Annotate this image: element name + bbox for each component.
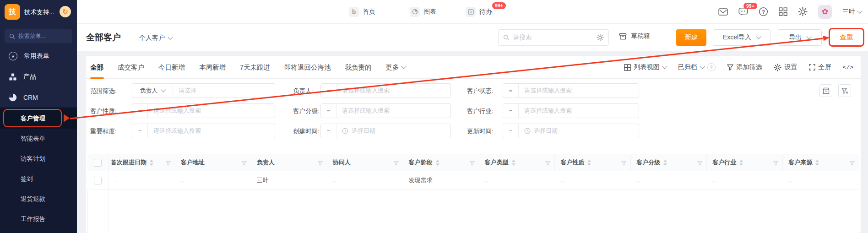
column-filter-icon[interactable] xyxy=(773,160,778,167)
filter-operator[interactable]: = xyxy=(132,104,148,118)
add-filter-button[interactable]: 添加筛选 xyxy=(727,63,762,71)
column-header-customer-stage[interactable]: 客户阶段 xyxy=(403,154,479,171)
sidebar-item-work-report[interactable]: 工作报告 xyxy=(0,209,77,229)
filter-customer-grade-control[interactable]: = 请选择或输入搜索 xyxy=(320,103,451,118)
search-settings-icon[interactable] xyxy=(597,34,604,41)
tab-more[interactable]: 更多 xyxy=(386,56,406,79)
filter-operator[interactable]: = xyxy=(503,104,519,118)
pie-chart-icon xyxy=(9,93,17,102)
sort-icon[interactable] xyxy=(663,160,667,166)
sidebar-item-smart-forms[interactable]: 智能表单 xyxy=(0,129,77,149)
sidebar-menu: ★ 常用表单 产品 CRM xyxy=(0,46,77,108)
scope-selector[interactable]: 个人客户 xyxy=(139,34,172,42)
user-avatar[interactable]: ✿ xyxy=(818,5,832,19)
column-header-customer-type[interactable]: 客户类型 xyxy=(479,154,555,171)
filter-label-owner: 负责人: xyxy=(293,87,313,95)
filter-created-time-control[interactable]: = 选择日期 xyxy=(320,124,451,138)
sidebar-search-input[interactable]: 搜索菜单... xyxy=(5,29,72,43)
column-filter-icon[interactable] xyxy=(318,160,323,167)
list-view-selector[interactable]: 列表视图 xyxy=(624,63,667,71)
messages-icon[interactable]: 99+ xyxy=(738,7,748,16)
row-checkbox[interactable] xyxy=(87,171,108,190)
tab-closed-customers[interactable]: 成交客户 xyxy=(118,56,144,79)
filter-label-importance: 重要程度: xyxy=(90,127,117,135)
topnav-home[interactable]: b 首页 xyxy=(349,0,375,23)
tab-new-today[interactable]: 今日新增 xyxy=(158,56,185,79)
topnav-charts[interactable]: 图表 xyxy=(410,0,436,23)
create-button[interactable]: 新建 xyxy=(676,29,706,46)
column-filter-icon[interactable] xyxy=(242,160,247,167)
excel-import-button[interactable]: Excel导入 xyxy=(713,29,770,46)
filter-operator[interactable]: = xyxy=(503,124,519,138)
column-filter-icon[interactable] xyxy=(545,160,550,167)
column-header-customer-nature[interactable]: 客户性质 xyxy=(555,154,631,171)
column-header-collaborator[interactable]: 协同人 xyxy=(327,154,403,171)
sort-icon[interactable] xyxy=(587,160,591,166)
filter-owner-control[interactable]: = 请选择或输入搜索 xyxy=(320,83,451,98)
tab-new-this-week[interactable]: 本周新增 xyxy=(199,56,226,79)
sidebar-search-placeholder: 搜索菜单... xyxy=(18,33,46,40)
settings-gear-icon[interactable] xyxy=(798,7,808,16)
filter-scope-control[interactable]: 负责人 请选择 xyxy=(132,83,275,98)
cell-customer-grade: -- xyxy=(631,177,707,184)
workspace-switch-icon[interactable]: ↻ xyxy=(60,6,71,17)
sort-icon[interactable] xyxy=(512,160,515,166)
archived-selector[interactable]: 已归档 ? xyxy=(678,63,716,71)
column-header-owner[interactable]: 负责人 xyxy=(251,154,327,171)
column-header-customer-grade[interactable]: 客户分级 xyxy=(631,154,707,171)
fullscreen-button[interactable]: 全屏 xyxy=(809,63,831,71)
filter-operator[interactable]: = xyxy=(321,84,336,98)
filter-customer-status-placeholder: 请选择或输入搜索 xyxy=(519,87,572,95)
column-filter-icon[interactable] xyxy=(394,160,399,167)
filter-operator[interactable]: = xyxy=(132,124,148,138)
filter-operator[interactable]: = xyxy=(503,84,519,98)
sidebar-item-crm[interactable]: CRM xyxy=(0,87,77,108)
filter-customer-nature-control[interactable]: = 请选择或输入搜索 xyxy=(132,103,275,118)
filter-operator[interactable]: = xyxy=(321,104,336,118)
tab-7days-no-followup[interactable]: 7天未跟进 xyxy=(240,56,270,79)
sidebar-item-returns-refunds[interactable]: 退货退款 xyxy=(0,189,77,209)
column-filter-icon[interactable] xyxy=(166,160,171,167)
filter-customer-status-control[interactable]: = 请选择或输入搜索 xyxy=(503,83,639,98)
mail-icon[interactable] xyxy=(718,8,728,16)
tab-all[interactable]: 全部 xyxy=(90,56,103,79)
user-menu[interactable]: 三叶 xyxy=(842,8,862,16)
sidebar-item-visitor-plan[interactable]: 访客计划 xyxy=(0,149,77,169)
sidebar-item-products[interactable]: 产品 xyxy=(0,66,77,87)
export-button[interactable]: 导出 xyxy=(778,29,822,46)
sidebar-item-common-forms[interactable]: ★ 常用表单 xyxy=(0,46,77,66)
sidebar-item-customer-management[interactable]: 客户管理 xyxy=(0,108,77,129)
dedupe-button[interactable]: 查重 xyxy=(829,28,864,47)
sidebar-item-checkin[interactable]: 签到 xyxy=(0,169,77,189)
table-row[interactable]: - -- 三叶 -- 发现需求 -- -- -- -- -- xyxy=(87,171,859,190)
draft-box-button[interactable]: 草稿箱 xyxy=(619,32,650,40)
column-filter-icon[interactable] xyxy=(697,160,702,167)
code-view-button[interactable]: </> xyxy=(843,64,853,71)
search-input[interactable]: 请搜索 xyxy=(498,29,609,46)
tab-returning-to-pool[interactable]: 即将退回公海池 xyxy=(284,56,331,79)
sort-icon[interactable] xyxy=(815,160,819,166)
column-header-customer-source[interactable]: 客户来源 xyxy=(783,154,859,171)
column-filter-icon[interactable] xyxy=(621,160,626,167)
filter-operator[interactable]: = xyxy=(321,124,336,138)
topnav-todo[interactable]: 待办 99+ xyxy=(466,0,492,23)
sort-icon[interactable] xyxy=(150,160,153,166)
apps-grid-icon[interactable] xyxy=(779,7,787,16)
column-header-first-followup-date[interactable]: 首次跟进日期 xyxy=(108,154,175,171)
filter-scope-prefix[interactable]: 负责人 xyxy=(132,84,173,98)
column-filter-icon[interactable] xyxy=(850,160,855,167)
column-header-customer-address[interactable]: 客户地址 xyxy=(175,154,251,171)
sort-icon[interactable] xyxy=(436,160,439,166)
select-all-checkbox[interactable] xyxy=(87,154,108,171)
filter-customer-industry-control[interactable]: = 请选择或输入搜索 xyxy=(503,103,639,118)
filter-importance-control[interactable]: = 请选择或输入搜索 xyxy=(132,124,275,138)
tab-my-responsibility[interactable]: 我负责的 xyxy=(345,56,372,79)
filter-updated-time-control[interactable]: = 选择日期 xyxy=(503,124,639,138)
help-icon[interactable]: ? xyxy=(759,7,768,16)
clear-filter-button[interactable] xyxy=(838,84,851,97)
table-settings-button[interactable]: 设置 xyxy=(774,63,797,71)
save-filter-button[interactable] xyxy=(819,84,832,97)
sort-icon[interactable] xyxy=(739,160,743,166)
column-header-customer-industry[interactable]: 客户行业 xyxy=(707,154,783,171)
column-filter-icon[interactable] xyxy=(470,160,475,167)
